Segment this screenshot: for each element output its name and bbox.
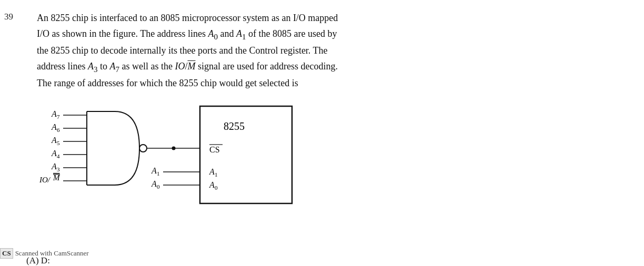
gate-bubble bbox=[139, 145, 147, 152]
ext-a1-sub: 1 bbox=[157, 170, 160, 177]
label-a4-sub: 4 bbox=[57, 153, 60, 159]
label-a3-sub: 3 bbox=[57, 166, 60, 172]
bottom-label: (A) D: bbox=[26, 255, 50, 266]
label-a6: A bbox=[51, 122, 57, 131]
question-text: An 8255 chip is interfaced to an 8085 mi… bbox=[37, 11, 628, 91]
watermark-cs-badge: CS bbox=[0, 248, 13, 259]
circuit-diagram: A 7 A 6 A 5 A 4 A 3 IO/ M bbox=[37, 101, 310, 206]
chip-a0-label: A bbox=[209, 180, 215, 189]
chip-a1-label: A bbox=[209, 167, 215, 176]
chip-a0-sub: 0 bbox=[215, 185, 218, 191]
question-number: 39 bbox=[4, 12, 13, 22]
gate-curve bbox=[115, 111, 139, 185]
ext-a0-sub: 0 bbox=[157, 183, 160, 190]
text-line4: address lines A3 to A7 as well as the IO… bbox=[37, 59, 628, 76]
label-a6-sub: 6 bbox=[57, 127, 60, 133]
chip-label: 8255 bbox=[224, 120, 245, 132]
label-a3: A bbox=[51, 162, 57, 171]
cs-label: CS bbox=[209, 145, 220, 154]
ext-a1-label: A bbox=[151, 166, 157, 175]
ext-a0-label: A bbox=[151, 179, 157, 188]
page: 39 An 8255 chip is interfaced to an 8085… bbox=[0, 0, 644, 266]
label-a5-sub: 5 bbox=[57, 140, 60, 146]
label-a7-sub: 7 bbox=[57, 114, 60, 120]
text-line1: An 8255 chip is interfaced to an 8085 mi… bbox=[37, 11, 628, 26]
label-a7: A bbox=[51, 109, 57, 118]
text-line3: the 8255 chip to decode internally its t… bbox=[37, 43, 628, 59]
diagram-area: A 7 A 6 A 5 A 4 A 3 IO/ M bbox=[37, 101, 628, 206]
chip-a1-sub: 1 bbox=[215, 171, 218, 178]
label-a4: A bbox=[51, 149, 57, 158]
text-line5: The range of addresses for which the 825… bbox=[37, 76, 628, 91]
label-a5: A bbox=[51, 136, 57, 145]
label-iom: IO/ bbox=[39, 176, 51, 184]
text-line2: I/O as shown in the figure. The address … bbox=[37, 26, 628, 43]
